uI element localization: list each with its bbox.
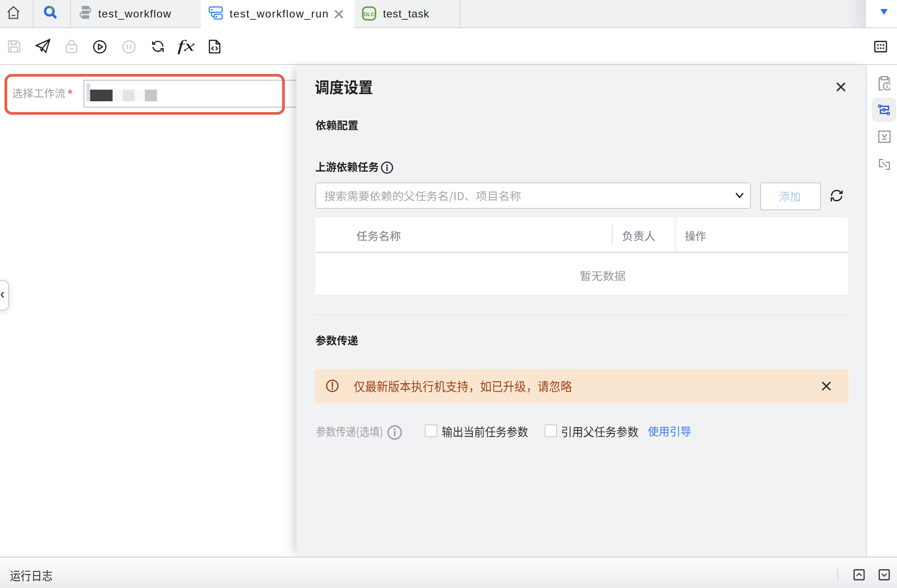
svg-text:DLC: DLC [364,12,375,17]
